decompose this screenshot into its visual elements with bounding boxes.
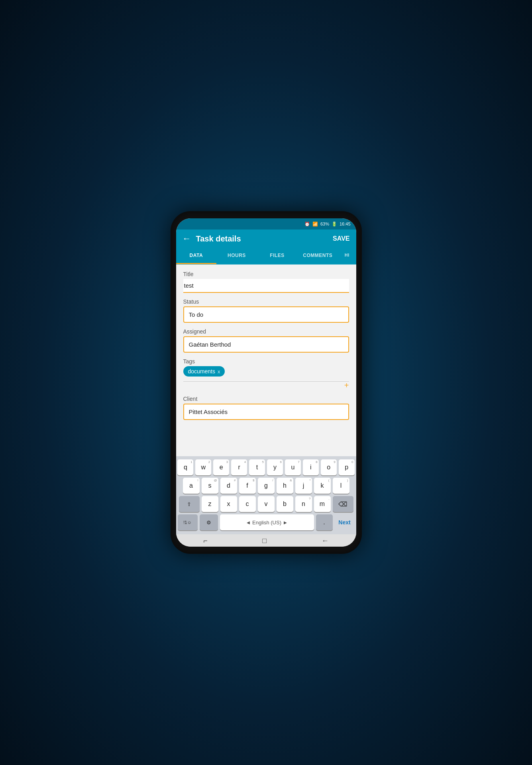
phone-frame: ⏰ 📶 63% 🔋 16:45 ← Task details SAVE DATA…	[171, 211, 362, 554]
tags-label: Tags	[183, 358, 349, 365]
form-content: Title Status Assigned Tags documents x	[176, 265, 356, 456]
status-input[interactable]	[183, 306, 349, 323]
assigned-input[interactable]	[183, 336, 349, 353]
key-g[interactable]: /g	[258, 478, 275, 494]
key-f[interactable]: $f	[239, 478, 256, 494]
key-t[interactable]: 5t	[249, 459, 265, 475]
status-label: Status	[183, 298, 349, 305]
client-input[interactable]	[183, 404, 349, 420]
phone-screen: ⏰ 📶 63% 🔋 16:45 ← Task details SAVE DATA…	[176, 218, 356, 547]
client-field-group: Client	[183, 396, 349, 420]
status-bar: ⏰ 📶 63% 🔋 16:45	[176, 218, 356, 230]
key-k[interactable]: (k	[314, 478, 331, 494]
settings-key[interactable]: ⚙	[200, 514, 218, 530]
tag-documents: documents x	[183, 366, 225, 377]
wifi-icon: 📶	[312, 222, 318, 227]
key-s[interactable]: @s	[202, 478, 218, 494]
shift-key[interactable]: ⇧	[179, 496, 200, 512]
battery-percent: 63%	[320, 222, 329, 226]
key-h[interactable]: &h	[277, 478, 293, 494]
key-b[interactable]: b	[277, 496, 293, 512]
tags-field-group: Tags documents x +	[183, 358, 349, 390]
key-l[interactable]: )l	[333, 478, 349, 494]
tab-data[interactable]: DATA	[176, 248, 217, 264]
nav-back-button[interactable]: ⌐	[203, 537, 208, 545]
key-o[interactable]: 9o	[321, 459, 337, 475]
backspace-key[interactable]: ⌫	[333, 496, 353, 512]
key-m[interactable]: ,m	[314, 496, 331, 512]
key-d[interactable]: #d	[220, 478, 237, 494]
tabs-bar: DATA HOURS FILES COMMENTS HI	[176, 248, 356, 265]
key-e[interactable]: 3e	[213, 459, 229, 475]
alarm-icon: ⏰	[304, 222, 310, 227]
keyboard-row-1: 1q 2w 3e 4r 5t 6y 7u 8i 9o 0p	[178, 459, 355, 475]
key-i[interactable]: 8i	[303, 459, 319, 475]
tags-area: documents x	[183, 366, 349, 378]
period-key[interactable]: .	[316, 514, 333, 530]
tab-hi[interactable]: HI	[338, 248, 356, 264]
key-q[interactable]: 1q	[177, 459, 193, 475]
key-j[interactable]: *j	[295, 478, 312, 494]
keyboard: 1q 2w 3e 4r 5t 6y 7u 8i 9o 0p !a @s #d $…	[176, 456, 356, 534]
tab-files[interactable]: FILES	[257, 248, 298, 264]
app-header: ← Task details SAVE	[176, 230, 356, 248]
save-button[interactable]: SAVE	[333, 235, 349, 242]
page-title: Task details	[196, 234, 328, 243]
key-y[interactable]: 6y	[267, 459, 283, 475]
tag-label: documents	[188, 368, 215, 375]
nav-home-button[interactable]: □	[262, 537, 267, 545]
keyboard-row-2: !a @s #d $f /g &h *j (k )l	[178, 478, 355, 494]
assigned-label: Assigned	[183, 328, 349, 335]
next-key[interactable]: Next	[335, 514, 355, 530]
tab-comments[interactable]: COMMENTS	[297, 248, 338, 264]
spacebar[interactable]: ◄ English (US) ►	[220, 514, 314, 530]
keyboard-row-3: ⇧ z x c v b ?n ,m ⌫	[178, 496, 355, 512]
key-w[interactable]: 2w	[195, 459, 211, 475]
tab-hours[interactable]: HOURS	[216, 248, 257, 264]
nav-bar: ⌐ □ ←	[176, 534, 356, 547]
key-a[interactable]: !a	[183, 478, 200, 494]
title-field-group: Title	[183, 271, 349, 293]
key-c[interactable]: c	[239, 496, 256, 512]
symbols-key[interactable]: !1☺	[178, 514, 198, 530]
title-input[interactable]	[183, 279, 349, 293]
back-button[interactable]: ←	[183, 233, 191, 244]
tag-remove-button[interactable]: x	[218, 369, 220, 375]
status-field-group: Status	[183, 298, 349, 323]
key-u[interactable]: 7u	[285, 459, 301, 475]
key-v[interactable]: v	[258, 496, 275, 512]
key-n[interactable]: ?n	[295, 496, 312, 512]
add-tag-button[interactable]: +	[183, 381, 349, 390]
key-z[interactable]: z	[202, 496, 218, 512]
battery-icon: 🔋	[332, 222, 337, 227]
key-x[interactable]: x	[220, 496, 237, 512]
status-bar-right: ⏰ 📶 63% 🔋 16:45	[304, 222, 351, 227]
key-r[interactable]: 4r	[231, 459, 247, 475]
client-label: Client	[183, 396, 349, 402]
key-p[interactable]: 0p	[339, 459, 355, 475]
clock: 16:45	[340, 222, 351, 226]
nav-recent-button[interactable]: ←	[322, 537, 329, 545]
keyboard-row-4: !1☺ ⚙ ◄ English (US) ► . Next	[178, 514, 355, 530]
title-label: Title	[183, 271, 349, 277]
assigned-field-group: Assigned	[183, 328, 349, 353]
